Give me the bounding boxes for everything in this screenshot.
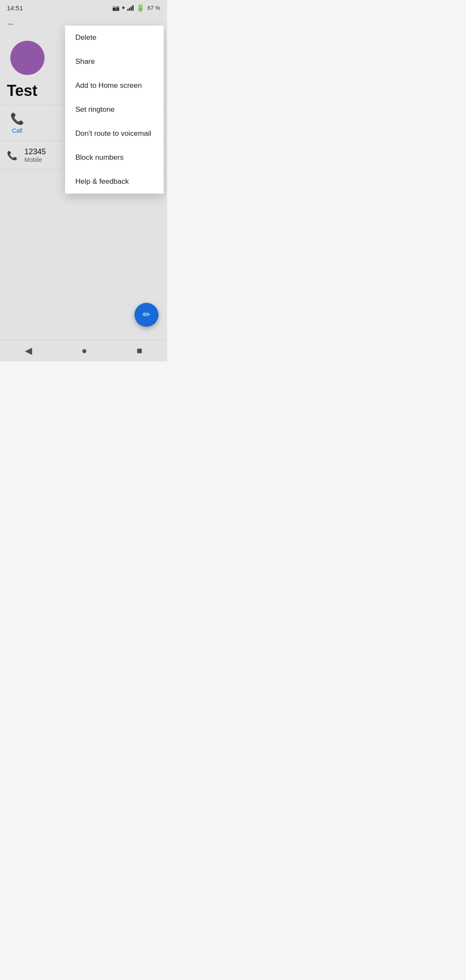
menu-item-dont-route-voicemail-label: Don't route to voicemail (75, 129, 151, 138)
menu-item-delete[interactable]: Delete (65, 26, 164, 50)
menu-item-set-ringtone-label: Set ringtone (75, 105, 115, 114)
menu-item-delete-label: Delete (75, 33, 96, 42)
menu-item-add-to-home[interactable]: Add to Home screen (65, 74, 164, 98)
menu-item-add-to-home-label: Add to Home screen (75, 81, 142, 90)
app-wrapper: 14:51 📷 🔋 67 % ← Test 📞 Call (0, 0, 167, 362)
menu-item-block-numbers-label: Block numbers (75, 153, 123, 162)
menu-item-share[interactable]: Share (65, 50, 164, 74)
menu-item-block-numbers[interactable]: Block numbers (65, 146, 164, 170)
menu-item-set-ringtone[interactable]: Set ringtone (65, 98, 164, 122)
menu-item-dont-route-voicemail[interactable]: Don't route to voicemail (65, 122, 164, 146)
menu-item-share-label: Share (75, 57, 95, 66)
menu-item-help-feedback[interactable]: Help & feedback (65, 170, 164, 194)
context-menu: Delete Share Add to Home screen Set ring… (65, 26, 164, 194)
menu-item-help-feedback-label: Help & feedback (75, 177, 129, 186)
